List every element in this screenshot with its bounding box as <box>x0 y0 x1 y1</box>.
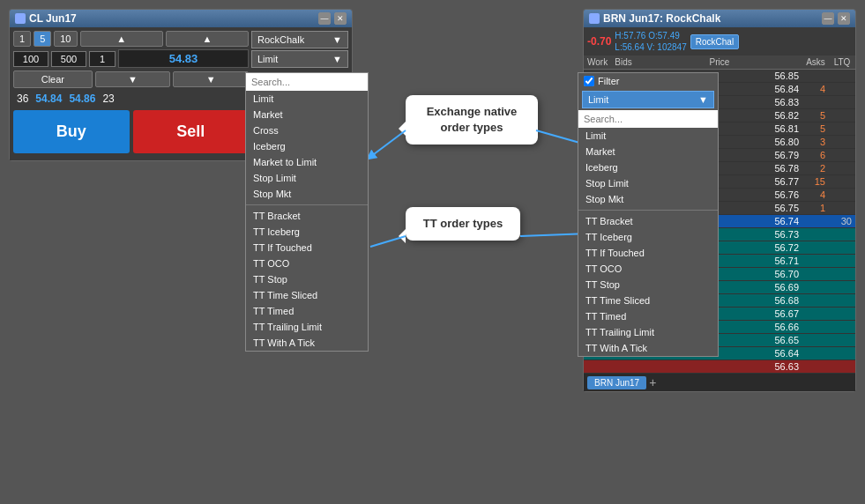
cl-tt-order-item[interactable]: TT Stop <box>246 271 368 287</box>
cl-close-button[interactable]: ✕ <box>334 12 347 25</box>
info-row: 36 54.84 54.86 23 <box>13 91 249 107</box>
brn-tt-order-item[interactable]: TT Bracket <box>578 213 718 229</box>
brn-tab[interactable]: BRN Jun17 <box>587 376 646 389</box>
cl-tt-order-item[interactable]: TT Time Sliced <box>246 287 368 303</box>
cell-asks: 6 <box>802 149 829 161</box>
filter-checkbox[interactable] <box>584 76 594 86</box>
cell-ltq <box>829 194 855 196</box>
info-ask: 54.86 <box>69 93 95 105</box>
brn-filter-row: Filter <box>578 73 718 89</box>
cell-asks <box>802 75 829 77</box>
table-row[interactable]: 56.63 <box>584 360 855 374</box>
cell-ltq: 30 <box>829 215 855 227</box>
brn-tt-order-item[interactable]: TT Trailing Limit <box>578 324 718 340</box>
cell-ltq <box>829 128 855 130</box>
price-down-button[interactable]: ▼ <box>173 71 249 87</box>
cl-exchange-order-item[interactable]: Iceberg <box>246 138 368 154</box>
brn-tab-add-button[interactable]: + <box>649 375 656 389</box>
brn-close-button[interactable]: ✕ <box>838 12 850 25</box>
qty-5-button[interactable]: 5 <box>34 31 51 47</box>
cl-tt-order-item[interactable]: TT Trailing Limit <box>246 319 368 335</box>
brn-exchange-order-item[interactable]: Market <box>578 144 718 159</box>
cl-tt-order-item[interactable]: TT If Touched <box>246 240 368 256</box>
qty-500-input[interactable]: 500 <box>51 51 86 67</box>
brn-exchange-order-item[interactable]: Stop Limit <box>578 175 718 191</box>
price-change: -0.70 <box>587 35 611 48</box>
cell-price[interactable]: 56.63 <box>637 360 802 373</box>
cl-minimize-button[interactable]: — <box>318 12 331 25</box>
cl-dropdown: LimitMarketCrossIcebergMarket to LimitSt… <box>245 72 369 352</box>
cell-work <box>584 366 610 367</box>
cl-tt-items: TT BracketTT IcebergTT If TouchedTT OCOT… <box>246 208 368 351</box>
brn-tt-order-item[interactable]: TT Timed <box>578 308 718 324</box>
cell-ltq <box>829 352 855 354</box>
cl-exchange-order-item[interactable]: Stop Limit <box>246 170 368 186</box>
qty-down-button[interactable]: ▼ <box>95 71 171 87</box>
qty-mid-input[interactable]: 1 <box>89 51 116 67</box>
order-type-selector[interactable]: Limit ▼ <box>251 50 348 68</box>
cl-search-input[interactable] <box>246 73 368 91</box>
cell-ltq <box>829 88 855 90</box>
cell-ltq <box>829 326 855 328</box>
brn-tt-order-item[interactable]: TT OCO <box>578 261 718 277</box>
rockchalk-button[interactable]: RockChal <box>690 34 739 49</box>
cl-tt-order-item[interactable]: TT Timed <box>246 303 368 319</box>
qty-1-button[interactable]: 1 <box>13 31 31 47</box>
brn-tab-bar: BRN Jun17 + <box>584 374 855 391</box>
buy-button[interactable]: Buy <box>13 110 130 153</box>
sell-button[interactable]: Sell <box>133 110 250 153</box>
price-display: 54.83 <box>118 49 249 68</box>
qty-100-input[interactable]: 100 <box>13 51 48 67</box>
buy-sell-row: Buy Sell <box>13 110 249 153</box>
price-up-button[interactable]: ▲ <box>166 31 249 47</box>
cell-ltq <box>829 181 855 182</box>
brn-col-header: Work Bids Price Asks LTQ <box>584 56 855 70</box>
cell-ltq <box>829 300 855 301</box>
brn-tt-order-item[interactable]: TT If Touched <box>578 245 718 261</box>
tt-callout: TT order types <box>406 207 520 241</box>
brn-order-type-selector[interactable]: Limit ▼ <box>582 91 714 108</box>
account-selector[interactable]: RockChalk ▼ <box>251 31 348 48</box>
brn-tt-order-item[interactable]: TT Stop <box>578 277 718 293</box>
cell-ltq <box>829 207 855 209</box>
brn-tt-order-item[interactable]: TT With A Tick <box>578 340 718 356</box>
cell-asks <box>802 273 829 275</box>
qty-preset-row: 1 5 10 ▲ ▲ <box>13 31 249 47</box>
tt-callout-text: TT order types <box>423 217 503 230</box>
cell-ltq <box>829 313 855 315</box>
brn-search-input[interactable] <box>578 110 718 128</box>
brn-exchange-order-item[interactable]: Iceberg <box>578 159 718 175</box>
cell-asks: 15 <box>802 175 829 188</box>
brn-minimize-button[interactable]: — <box>822 12 834 25</box>
cell-ltq <box>829 233 855 235</box>
cell-asks <box>802 313 829 315</box>
cl-exchange-order-item[interactable]: Stop Mkt <box>246 186 368 202</box>
cl-tt-order-item[interactable]: TT Bracket <box>246 208 368 224</box>
brn-controls: — ✕ <box>822 12 850 25</box>
cell-ltq <box>829 273 855 275</box>
cl-exchange-order-item[interactable]: Limit <box>246 91 368 107</box>
brn-exchange-order-item[interactable]: Limit <box>578 128 718 144</box>
cl-exchange-order-item[interactable]: Market <box>246 107 368 122</box>
info-bid: 54.84 <box>35 93 62 105</box>
brn-dropdown-divider <box>578 210 718 211</box>
cl-tt-order-item[interactable]: TT With A Tick <box>246 335 368 351</box>
cl-exchange-order-item[interactable]: Market to Limit <box>246 154 368 170</box>
cell-asks <box>802 326 829 328</box>
brn-exchange-order-item[interactable]: Stop Mkt <box>578 191 718 207</box>
cl-exchange-order-item[interactable]: Cross <box>246 122 368 138</box>
brn-dropdown: Filter Limit ▼ LimitMarketIcebergStop Li… <box>578 72 719 357</box>
price-info: H:57.76 O:57.49 L:56.64 V: 102847 <box>615 30 686 53</box>
cl-titlebar: CL Jun17 — ✕ <box>10 10 352 27</box>
cell-ltq <box>829 75 855 77</box>
qty-10-button[interactable]: 10 <box>54 31 77 47</box>
cl-dropdown-divider <box>246 204 368 205</box>
brn-tt-order-item[interactable]: TT Iceberg <box>578 229 718 245</box>
cell-asks: 5 <box>802 122 829 135</box>
brn-exchange-items: LimitMarketIcebergStop LimitStop Mkt <box>578 128 718 207</box>
brn-tt-order-item[interactable]: TT Time Sliced <box>578 293 718 308</box>
qty-up-button[interactable]: ▲ <box>80 31 163 47</box>
cl-tt-order-item[interactable]: TT Iceberg <box>246 224 368 240</box>
cl-tt-order-item[interactable]: TT OCO <box>246 256 368 271</box>
clear-button[interactable]: Clear <box>13 70 93 88</box>
